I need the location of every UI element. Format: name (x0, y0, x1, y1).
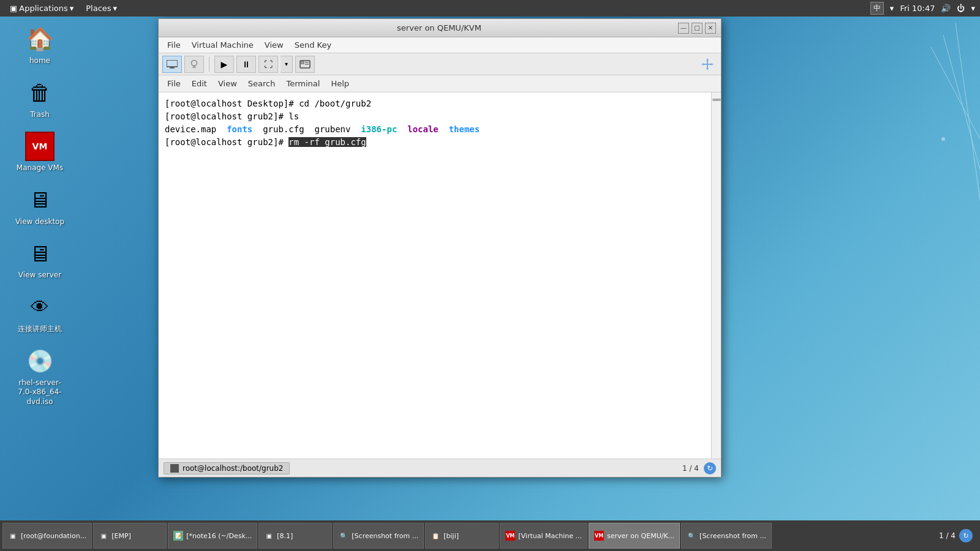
taskbar-item-root-foundation[interactable]: ▣ [root@foundation... (2, 523, 92, 549)
input-arrow: ▾ (890, 4, 894, 13)
vm-terminal-tab[interactable]: root@localhost:/boot/grub2 (164, 462, 290, 474)
places-label: Places (86, 4, 111, 13)
vm-title: server on QEMU/KVM (200, 23, 678, 32)
icon-trash[interactable]: 🗑 Trash (12, 78, 67, 120)
taskbar-icon-screenshot2: 🔍 (687, 531, 696, 541)
taskbar-label-virtual-machine: [Virtual Machine ... (518, 532, 582, 540)
term-menu-edit[interactable]: Edit (187, 78, 212, 89)
trash-icon-img: 🗑 (25, 78, 55, 108)
icon-home[interactable]: 🏠 home (12, 24, 67, 66)
view-desktop-icon-img: 🖥 (25, 186, 55, 215)
desktop-icons: 🏠 home 🗑 Trash VМ Manage VMs 🖥 View desk… (12, 24, 67, 407)
taskbar-item-note16[interactable]: 📝 [*note16 (~/Desk... (168, 523, 257, 549)
vm-page-info: 1 / 4 (682, 464, 699, 473)
toolbar-fullscreen-dropdown[interactable]: ▾ (281, 56, 293, 73)
taskbar-label-emp: [EMP] (111, 532, 131, 540)
icon-rhel-iso[interactable]: 💿 rhel-server-7.0-x86_64-dvd.iso (12, 347, 67, 407)
taskbar-item-screenshot2[interactable]: 🔍 [Screenshot from ... (681, 523, 772, 549)
manage-vms-icon-img: VМ (25, 132, 55, 161)
vm-minimize-button[interactable]: — (678, 23, 689, 34)
svg-marker-12 (706, 58, 709, 61)
places-arrow: ▾ (113, 4, 118, 13)
top-panel-right: 中 ▾ Fri 10:47 🔊 ⏻ ▾ (870, 2, 975, 15)
toolbar-pause-button[interactable]: ⏸ (236, 56, 256, 73)
term-line-2: [root@localhost grub2]# ls (165, 110, 715, 123)
term-menu-search[interactable]: Search (243, 78, 281, 89)
taskbar-label-root-foundation: [root@foundation... (21, 532, 86, 540)
taskbar-icon-note16: 📝 (173, 531, 183, 541)
terminal-tab-icon (170, 464, 179, 473)
taskbar-page-info: 1 / 4 (939, 531, 956, 540)
toolbar-bulb-button[interactable] (184, 56, 204, 73)
connect-teacher-icon-img: 👁 (25, 293, 55, 322)
trash-icon-label: Trash (30, 110, 50, 120)
vm-menubar: File Virtual Machine View Send Key (159, 37, 721, 53)
vm-menu-view[interactable]: View (260, 39, 288, 51)
vm-menu-file[interactable]: File (162, 39, 186, 51)
places-menu[interactable]: Places ▾ (81, 2, 122, 14)
term-menu-terminal[interactable]: Terminal (281, 78, 325, 89)
term-line-1: [root@localhost Desktop]# cd /boot/grub2 (165, 97, 715, 110)
taskbar-icon-emp: ▣ (99, 531, 108, 541)
taskbar-icon-biji: 📋 (431, 531, 440, 541)
taskbar-icon-server-qemu: VM (594, 531, 604, 541)
icon-manage-vms[interactable]: VМ Manage VMs (12, 132, 67, 173)
taskbar-item-screenshot1[interactable]: 🔍 [Screenshot from ... (333, 523, 424, 549)
vm-menu-send-key[interactable]: Send Key (290, 39, 336, 51)
terminal-menubar: File Edit View Search Terminal Help (159, 75, 721, 92)
applications-menu[interactable]: ▣ Applications ▾ (5, 2, 78, 14)
icon-connect-teacher[interactable]: 👁 连接讲师主机 (12, 293, 67, 334)
volume-icon[interactable]: 🔊 (941, 4, 951, 13)
input-method[interactable]: 中 (870, 2, 884, 15)
rhel-iso-label: rhel-server-7.0-x86_64-dvd.iso (12, 378, 67, 407)
connect-teacher-label: 连接讲师主机 (18, 324, 62, 334)
toolbar-screen-button[interactable] (162, 56, 182, 73)
taskbar-item-biji[interactable]: 📋 [biji] (425, 523, 499, 549)
svg-line-17 (943, 35, 980, 170)
taskbar-item-server-qemu[interactable]: VM server on QEMU/K... (589, 523, 680, 549)
power-icon[interactable]: ⏻ (957, 4, 965, 13)
top-panel: ▣ Applications ▾ Places ▾ 中 ▾ Fri 10:47 … (0, 0, 980, 17)
taskbar-network-icon[interactable]: ↻ (959, 529, 973, 542)
taskbar-item-81[interactable]: ▣ [8.1] (258, 523, 332, 549)
taskbar-label-biji: [biji] (443, 532, 459, 540)
svg-point-19 (941, 137, 945, 141)
vm-window: server on QEMU/KVM — □ ✕ File Virtual Ma… (158, 18, 722, 478)
view-server-icon-img: 🖥 (25, 239, 55, 268)
toolbar-play-button[interactable]: ▶ (214, 56, 234, 73)
taskbar-icon-root-foundation: ▣ (8, 531, 18, 541)
svg-line-18 (956, 23, 980, 200)
applications-arrow: ▾ (70, 4, 74, 13)
vm-maximize-button[interactable]: □ (692, 23, 703, 34)
icon-view-server[interactable]: 🖥 View server (12, 239, 67, 280)
term-menu-file[interactable]: File (162, 78, 186, 89)
taskbar-label-screenshot1: [Screenshot from ... (352, 532, 418, 540)
vm-status-icon[interactable]: ↻ (704, 462, 716, 474)
vm-win-controls: — □ ✕ (678, 23, 716, 34)
taskbar-item-virtual-machine[interactable]: VM [Virtual Machine ... (500, 523, 587, 549)
view-desktop-icon-label: View desktop (15, 217, 64, 227)
term-menu-help[interactable]: Help (326, 78, 354, 89)
terminal-content[interactable]: [root@localhost Desktop]# cd /boot/grub2… (159, 92, 721, 459)
terminal-scrollbar[interactable] (711, 92, 721, 459)
icon-view-desktop[interactable]: 🖥 View desktop (12, 186, 67, 227)
vm-menu-virtual-machine[interactable]: Virtual Machine (187, 39, 258, 51)
toolbar-move-button[interactable] (698, 54, 717, 74)
svg-marker-13 (706, 68, 709, 70)
terminal-tab-label: root@localhost:/boot/grub2 (183, 464, 283, 473)
toolbar-screenshot-button[interactable] (295, 56, 315, 73)
vm-close-button[interactable]: ✕ (705, 23, 716, 34)
taskbar-item-emp[interactable]: ▣ [EMP] (93, 523, 167, 549)
svg-line-16 (931, 47, 980, 139)
term-menu-view[interactable]: View (213, 78, 242, 89)
manage-vms-icon-label: Manage VMs (17, 163, 63, 173)
rhel-iso-icon-img: 💿 (25, 347, 55, 376)
power-arrow: ▾ (971, 4, 975, 13)
term-line-4: [root@localhost grub2]# rm -rf grub.cfg (165, 136, 715, 149)
toolbar-sep1 (209, 57, 209, 72)
term-line-3: device.map fonts grub.cfg grubenv i386-p… (165, 123, 715, 136)
taskbar-label-81: [8.1] (277, 532, 293, 540)
svg-marker-14 (701, 63, 704, 66)
toolbar-fullscreen-button[interactable]: ⛶ (258, 56, 278, 73)
taskbar: ▣ [root@foundation... ▣ [EMP] 📝 [*note16… (0, 520, 980, 551)
